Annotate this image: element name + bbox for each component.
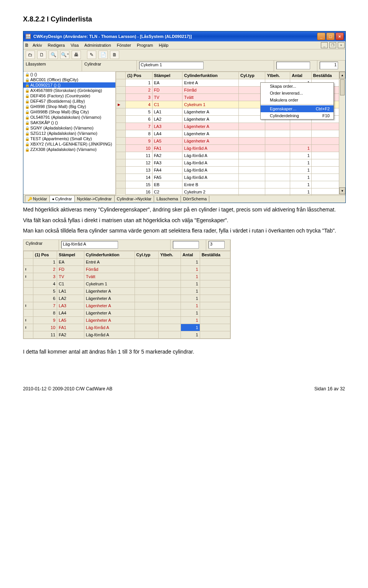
bottom-tab[interactable]: ●Cylindrar bbox=[49, 195, 75, 202]
table-cell[interactable] bbox=[116, 116, 126, 123]
table-cell[interactable]: 3 bbox=[126, 94, 153, 101]
grid-header[interactable]: Antal bbox=[181, 251, 200, 258]
toolbar-new-icon[interactable]: 🗋 bbox=[37, 51, 46, 59]
table-cell[interactable] bbox=[24, 331, 33, 338]
table-cell[interactable]: LA1 bbox=[57, 287, 84, 295]
grid-header[interactable]: Cylinderfunktion bbox=[182, 72, 239, 79]
table-cell[interactable] bbox=[200, 302, 230, 309]
table-cell[interactable]: 1 bbox=[181, 280, 200, 287]
grid-header[interactable]: Stämpel bbox=[152, 72, 182, 79]
table-cell[interactable] bbox=[116, 145, 126, 152]
menubar[interactable]: Arkiv Redigera Visa Administration Fönst… bbox=[30, 42, 175, 48]
table-cell[interactable]: 9 bbox=[33, 316, 57, 324]
table-cell[interactable]: 7 bbox=[33, 302, 57, 309]
table-cell[interactable]: Läg-förråd A bbox=[182, 167, 239, 174]
table-cell[interactable] bbox=[135, 273, 158, 280]
table-cell[interactable]: Tvätt bbox=[84, 273, 135, 280]
table-cell[interactable]: EA bbox=[152, 79, 182, 87]
table-cell[interactable] bbox=[158, 280, 181, 287]
table-cell[interactable] bbox=[200, 287, 230, 295]
table-cell[interactable]: 4 bbox=[33, 280, 57, 287]
table-cell[interactable] bbox=[238, 138, 265, 145]
table-cell[interactable]: Läg-förråd A bbox=[84, 324, 135, 331]
table-cell[interactable]: 5 bbox=[33, 287, 57, 295]
table-cell[interactable]: I bbox=[24, 324, 33, 331]
table-cell[interactable]: Lägenheter A bbox=[84, 295, 135, 302]
table-cell[interactable] bbox=[265, 152, 290, 159]
table-row[interactable]: 15EBEntré B1 bbox=[116, 181, 345, 188]
table-cell[interactable]: Lägenheter A bbox=[84, 316, 135, 324]
table-cell[interactable] bbox=[265, 145, 290, 152]
table-cell[interactable]: I bbox=[24, 302, 33, 309]
table-cell[interactable]: C1 bbox=[57, 280, 84, 287]
toolbar-open-icon[interactable]: 🗀 bbox=[26, 51, 35, 59]
table-cell[interactable]: 1 bbox=[290, 152, 312, 159]
menu-hjalp[interactable]: Hjälp bbox=[159, 43, 168, 47]
table-cell[interactable]: 8 bbox=[126, 130, 153, 138]
table-cell[interactable]: Läg-förråd A bbox=[182, 174, 239, 181]
table-cell[interactable] bbox=[158, 309, 181, 316]
table-cell[interactable] bbox=[116, 188, 126, 196]
table-cell[interactable] bbox=[135, 280, 158, 287]
table-cell[interactable]: Läg-förråd A bbox=[182, 145, 239, 152]
toolbar-edit-icon[interactable]: ✎ bbox=[87, 51, 96, 59]
table-cell[interactable]: 1 bbox=[290, 167, 312, 174]
grid-header[interactable]: Ytbeh. bbox=[158, 251, 181, 258]
table-cell[interactable]: C1 bbox=[152, 101, 182, 108]
table-cell[interactable]: 1 bbox=[181, 309, 200, 316]
table-cell[interactable] bbox=[116, 94, 126, 101]
table-row[interactable]: 8LA4Lägenheter A bbox=[116, 130, 345, 138]
table-cell[interactable] bbox=[158, 316, 181, 324]
grid-header[interactable]: (1) Pos bbox=[33, 251, 57, 258]
table-cell[interactable]: Förråd bbox=[84, 265, 135, 273]
grid-header[interactable] bbox=[116, 72, 126, 79]
table-cell[interactable]: 11 bbox=[126, 152, 153, 159]
table-cell[interactable] bbox=[158, 287, 181, 295]
table-cell[interactable]: Lägenheter A bbox=[182, 123, 239, 130]
table-cell[interactable]: Lägenheter A bbox=[84, 302, 135, 309]
table-cell[interactable] bbox=[238, 159, 265, 167]
vertical-scrollbar[interactable]: ▲ ▼ bbox=[339, 72, 345, 194]
lock-system-item[interactable]: 🔒TEST (Appartments) (Small City) bbox=[23, 136, 115, 141]
table-cell[interactable] bbox=[200, 258, 230, 265]
window-maximize-button[interactable]: □ bbox=[326, 33, 335, 40]
lock-system-item[interactable]: 🔒DEF457 (Bostäderna) (Lillby) bbox=[23, 98, 115, 104]
table-cell[interactable]: FA2 bbox=[152, 152, 182, 159]
table-cell[interactable]: 1 bbox=[290, 145, 312, 152]
grid-header[interactable]: Stämpel bbox=[57, 251, 84, 258]
grid-header[interactable]: Beställda bbox=[200, 251, 230, 258]
lock-system-item[interactable]: 🔒GHI998B (Shop Mall) (Big City) bbox=[23, 109, 115, 115]
table-cell[interactable] bbox=[238, 167, 265, 174]
table-cell[interactable]: 10 bbox=[126, 145, 153, 152]
table-cell[interactable] bbox=[238, 188, 265, 196]
table-row[interactable]: 11FA2Läg-förråd A1 bbox=[116, 152, 345, 159]
table-row[interactable]: 11FA2Läg-förråd A1 bbox=[24, 331, 230, 338]
table-cell[interactable]: FD bbox=[57, 265, 84, 273]
table-cell[interactable] bbox=[238, 145, 265, 152]
table-row[interactable]: I7LA3Lägenheter A1 bbox=[24, 302, 230, 309]
table-cell[interactable] bbox=[116, 174, 126, 181]
table-cell[interactable] bbox=[238, 130, 265, 138]
table-cell[interactable] bbox=[158, 302, 181, 309]
table-row[interactable]: 8LA4Lägenheter A1 bbox=[24, 309, 230, 316]
table-cell[interactable]: Lägenheter A bbox=[84, 309, 135, 316]
table-cell[interactable] bbox=[200, 273, 230, 280]
table-cell[interactable]: 1 bbox=[181, 258, 200, 265]
table-cell[interactable] bbox=[135, 287, 158, 295]
table-cell[interactable] bbox=[24, 309, 33, 316]
table-cell[interactable] bbox=[116, 130, 126, 138]
table-cell[interactable]: Läg-förråd A bbox=[182, 159, 239, 167]
grid-header[interactable]: Cyl.typ bbox=[135, 251, 158, 258]
table-cell[interactable]: 1 bbox=[33, 258, 57, 265]
table-cell[interactable] bbox=[265, 167, 290, 174]
table-row[interactable]: 16C2Cykelrum 21 bbox=[116, 188, 345, 196]
table-cell[interactable] bbox=[265, 123, 290, 130]
table-cell[interactable] bbox=[265, 181, 290, 188]
table-cell[interactable] bbox=[265, 159, 290, 167]
table-cell[interactable]: 16 bbox=[126, 188, 153, 196]
lock-system-item[interactable]: 🔒AX4567889 (Storskolan) (Grönköping) bbox=[23, 88, 115, 93]
table-cell[interactable] bbox=[135, 295, 158, 302]
table-cell[interactable] bbox=[200, 316, 230, 324]
header-field-2[interactable] bbox=[276, 62, 310, 69]
table-cell[interactable] bbox=[116, 108, 126, 116]
